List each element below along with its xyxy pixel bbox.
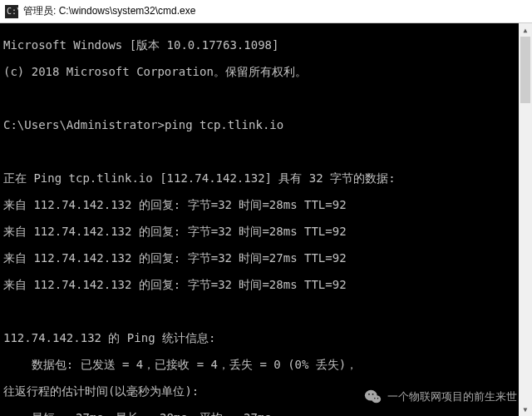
prompt: C:\Users\Administrator> [3,118,165,131]
output-line: Microsoft Windows [版本 10.0.17763.1098] [3,38,529,52]
output-line [3,92,529,105]
output-line: 最短 = 27ms，最长 = 28ms，平均 = 27ms [3,411,529,416]
output-line: (c) 2018 Microsoft Corporation。保留所有权利。 [3,65,529,78]
output-line: 来自 112.74.142.132 的回复: 字节=32 时间=28ms TTL… [3,278,529,291]
watermark: 一个物联网项目的前生来世 [364,388,517,406]
svg-point-7 [377,398,378,399]
window-title-bar[interactable]: C:\ 管理员: C:\windows\system32\cmd.exe [0,0,532,23]
output-line [3,145,529,158]
scrollbar-thumb[interactable] [520,37,530,103]
command-text: ping tcp.tlink.io [165,118,283,131]
output-line: 来自 112.74.142.132 的回复: 字节=32 时间=28ms TTL… [3,198,529,211]
output-line: 来自 112.74.142.132 的回复: 字节=32 时间=28ms TTL… [3,225,529,238]
svg-text:C:\: C:\ [7,7,18,16]
output-line: 正在 Ping tcp.tlink.io [112.74.142.132] 具有… [3,171,529,185]
output-line: 数据包: 已发送 = 4，已接收 = 4，丢失 = 0 (0% 丢失)， [3,358,529,371]
wechat-icon [364,388,382,406]
svg-point-4 [368,394,370,395]
prompt-line: C:\Users\Administrator>ping tcp.tlink.io [3,118,529,131]
cmd-icon: C:\ [5,5,18,18]
output-line: 112.74.142.132 的 Ping 统计信息: [3,331,529,344]
vertical-scrollbar[interactable]: ▲ ▼ [519,23,532,416]
svg-point-5 [372,394,374,395]
svg-point-3 [372,395,381,403]
output-line: 来自 112.74.142.132 的回复: 字节=32 时间=27ms TTL… [3,251,529,265]
svg-point-6 [374,398,375,399]
scrollbar-down-button[interactable]: ▼ [519,403,532,416]
watermark-text: 一个物联网项目的前生来世 [387,389,517,404]
window-title: 管理员: C:\windows\system32\cmd.exe [23,4,195,18]
output-line [3,305,529,318]
terminal-output[interactable]: Microsoft Windows [版本 10.0.17763.1098] (… [0,23,532,416]
scrollbar-up-button[interactable]: ▲ [519,23,532,37]
